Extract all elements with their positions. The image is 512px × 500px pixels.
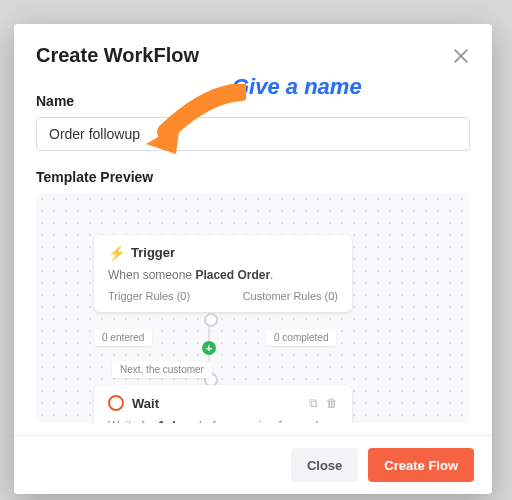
copy-icon[interactable]: ⧉ [309,396,318,410]
create-flow-button[interactable]: Create Flow [368,448,474,482]
trigger-title: Trigger [131,245,175,260]
create-workflow-modal: Create WorkFlow Name Template Preview ⚡ … [14,24,492,494]
connector-dot-top [204,313,218,327]
modal-title: Create WorkFlow [36,44,199,67]
trigger-rules-count[interactable]: Trigger Rules (0) [108,290,190,302]
template-preview-label: Template Preview [36,169,470,185]
bolt-icon: ⚡ [108,246,125,260]
wait-card-header: Wait [108,395,159,411]
trigger-rules-row: Trigger Rules (0) Customer Rules (0) [108,290,338,302]
trigger-card-header: ⚡ Trigger [108,245,338,260]
completed-chip: 0 completed [266,329,336,346]
modal-footer: Close Create Flow [14,435,492,494]
template-preview-canvas: ⚡ Trigger When someone Placed Order. Tri… [36,193,470,423]
close-button[interactable]: Close [291,448,358,482]
wait-card[interactable]: Wait ⧉ 🗑 Waits for 1 days before moving … [94,385,352,423]
modal-body: Name Template Preview ⚡ Trigger When som… [14,93,492,423]
trigger-description: When someone Placed Order. [108,268,338,282]
wait-title: Wait [132,396,159,411]
add-step-button[interactable]: + [202,341,216,355]
entered-chip: 0 entered [94,329,152,346]
trigger-card[interactable]: ⚡ Trigger When someone Placed Order. Tri… [94,235,352,312]
next-customer-chip: Next, the customer [112,361,212,378]
annotation-text: Give a name [232,74,362,100]
customer-rules-count[interactable]: Customer Rules (0) [243,290,338,302]
delete-icon[interactable]: 🗑 [326,396,338,410]
wait-icon [108,395,124,411]
wait-description: Waits for 1 days before moving forward [108,419,338,423]
workflow-name-input[interactable] [36,117,470,151]
close-icon[interactable] [452,47,470,65]
